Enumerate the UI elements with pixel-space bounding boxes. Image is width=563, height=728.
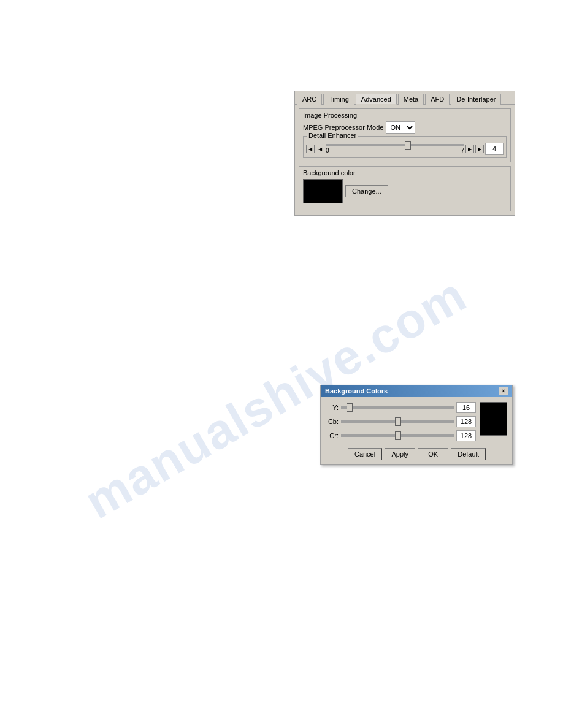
top-panel: ARC Timing Advanced Meta AFD De-Interlap… <box>294 91 515 216</box>
dialog-content: Y: Cb: <box>326 402 507 444</box>
slider-min-label: 0 <box>326 147 329 154</box>
cb-value[interactable] <box>456 416 476 427</box>
change-button[interactable]: Change... <box>345 185 388 197</box>
dialog-buttons: Cancel Apply OK Default <box>326 448 507 460</box>
cr-value[interactable] <box>456 430 476 441</box>
background-colors-dialog: Background Colors × Y: Cb: <box>320 385 513 465</box>
cb-row: Cb: <box>326 416 476 427</box>
dialog-color-preview <box>480 402 507 436</box>
ok-button[interactable]: OK <box>418 448 448 460</box>
y-slider-container <box>341 402 454 413</box>
cb-track[interactable] <box>341 420 454 423</box>
cr-label: Cr: <box>326 432 339 439</box>
tab-de-interlaper[interactable]: De-Interlaper <box>451 94 501 105</box>
dialog-titlebar: Background Colors × <box>321 385 512 397</box>
cancel-button[interactable]: Cancel <box>348 448 382 460</box>
dialog-body: Y: Cb: <box>321 397 512 464</box>
detail-enhancer-slider-container: 0 7 <box>326 143 464 155</box>
detail-enhancer-legend: Detail Enhancer <box>307 132 358 139</box>
sliders-area: Y: Cb: <box>326 402 476 444</box>
image-processing-label: Image Processing <box>303 112 507 119</box>
cb-label: Cb: <box>326 418 339 425</box>
y-thumb[interactable] <box>347 403 353 412</box>
slider-right-btn-1[interactable]: ▶ <box>465 145 474 153</box>
cr-track[interactable] <box>341 434 454 437</box>
detail-enhancer-track[interactable] <box>326 144 464 146</box>
cr-thumb[interactable] <box>395 431 401 440</box>
y-value[interactable] <box>456 402 476 413</box>
default-button[interactable]: Default <box>451 448 486 460</box>
detail-enhancer-value[interactable] <box>485 143 504 155</box>
slider-labels: 0 7 <box>326 147 464 154</box>
panel-body: Image Processing MPEG Preprocessor Mode … <box>295 105 515 215</box>
slider-left-btn-1[interactable]: ◀ <box>306 145 315 153</box>
tab-meta[interactable]: Meta <box>398 94 424 105</box>
bg-color-swatch <box>303 179 343 203</box>
y-label: Y: <box>326 404 339 411</box>
mpeg-select[interactable]: ON OFF <box>386 121 415 134</box>
slider-max-label: 7 <box>461 147 464 154</box>
tab-timing[interactable]: Timing <box>323 94 354 105</box>
y-row: Y: <box>326 402 476 413</box>
dialog-close-button[interactable]: × <box>499 387 508 395</box>
tab-advanced[interactable]: Advanced <box>356 94 397 105</box>
dialog-title: Background Colors <box>325 387 388 395</box>
image-processing-section: Image Processing MPEG Preprocessor Mode … <box>299 108 511 162</box>
detail-enhancer-group: Detail Enhancer ◀ ◀ 0 7 ▶ ▶ <box>303 136 507 158</box>
mpeg-label: MPEG Preprocessor Mode <box>303 124 383 131</box>
apply-button[interactable]: Apply <box>385 448 415 460</box>
bg-color-label: Background color <box>303 169 507 176</box>
cb-thumb[interactable] <box>395 417 401 426</box>
cb-slider-container <box>341 416 454 427</box>
cr-slider-container <box>341 430 454 441</box>
tab-arc[interactable]: ARC <box>297 94 322 105</box>
slider-right-btn-2[interactable]: ▶ <box>475 145 484 153</box>
cr-row: Cr: <box>326 430 476 441</box>
detail-enhancer-slider-row: ◀ ◀ 0 7 ▶ ▶ <box>306 143 504 155</box>
slider-left-btn-2[interactable]: ◀ <box>316 145 324 153</box>
tab-bar: ARC Timing Advanced Meta AFD De-Interlap… <box>295 91 515 105</box>
tab-afd[interactable]: AFD <box>425 94 450 105</box>
detail-enhancer-thumb[interactable] <box>405 141 411 150</box>
background-color-section: Background color Change... <box>299 166 511 211</box>
bg-color-row: Change... <box>303 179 507 203</box>
y-track[interactable] <box>341 406 454 409</box>
